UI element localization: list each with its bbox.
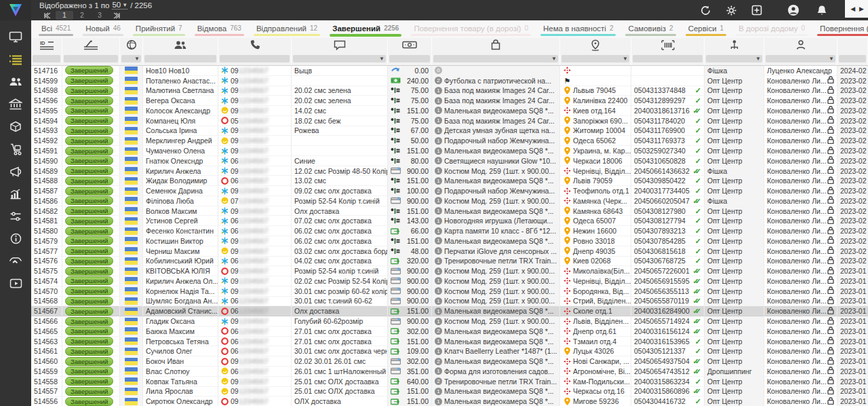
sidebar-item-dashboard[interactable]	[0, 27, 31, 50]
filter-status[interactable]	[62, 54, 120, 65]
filter-input[interactable]	[64, 55, 118, 62]
tab-5[interactable]: Завершений 2256	[325, 20, 406, 38]
column-header-date[interactable]	[837, 38, 868, 54]
table-row[interactable]: 514596 Завершений Вегера Оксана 09123456…	[31, 96, 868, 106]
page-button-2[interactable]: 2	[73, 11, 91, 20]
filter-date[interactable]	[837, 54, 868, 65]
sidebar-item-customers[interactable]	[0, 72, 31, 94]
filter-source[interactable]: ▼	[705, 54, 764, 65]
table-row[interactable]: 514589 Завершений Кирилич Анжела 0912345…	[31, 166, 868, 177]
sidebar-item-statistics[interactable]	[0, 184, 31, 206]
table-row[interactable]: 514560 Завершений Бокоч Иван 091234567 0…	[31, 356, 868, 367]
column-header-phone[interactable]	[218, 38, 292, 54]
filter-product[interactable]: ▼	[432, 54, 560, 65]
table-row[interactable]: 514567 Завершений Адамовский Станис... 0…	[31, 306, 868, 316]
sidebar-item-warehouse[interactable]	[0, 94, 31, 117]
column-header-payment[interactable]	[388, 38, 432, 54]
column-header-manager[interactable]	[764, 38, 837, 54]
table-row[interactable]: 514586 Завершений Філіпова Люба 07123456…	[31, 196, 868, 206]
table-row[interactable]: 514587 Завершений Семенюк Дарина 0912345…	[31, 186, 868, 196]
sidebar-item-video-tutorials[interactable]	[0, 274, 31, 296]
filter-input[interactable]	[220, 55, 290, 62]
table-row[interactable]: 514595 Завершений Колосок Александр 0912…	[31, 106, 868, 116]
tab-7[interactable]: Нема в наявності 2	[536, 20, 620, 38]
filter-input[interactable]	[839, 55, 866, 62]
tab-8[interactable]: Самовивіз 2	[620, 20, 680, 38]
column-header-ttn[interactable]	[631, 38, 705, 54]
table-row[interactable]: 514591 Завершений Чумаченко Олена 091234…	[31, 146, 868, 156]
tab-4[interactable]: Відправлений 12	[249, 20, 325, 38]
gear-icon[interactable]	[724, 5, 738, 16]
filter-location[interactable]: ▼	[560, 54, 631, 65]
table-row[interactable]: 514563 Завершений Петровська Тетяна 0612…	[31, 337, 868, 347]
column-header-id[interactable]: ID	[31, 38, 62, 54]
table-row[interactable]: 514580 Завершений Фесенко Константин 061…	[31, 226, 868, 236]
table-row[interactable]: 514574 Завершений Кирилич Анжела Ол... 0…	[31, 276, 868, 287]
sidebar-item-delivery[interactable]	[0, 139, 31, 162]
filter-input[interactable]	[144, 55, 216, 62]
column-header-comment[interactable]	[292, 38, 388, 54]
filter-id[interactable]	[31, 54, 62, 65]
table-row[interactable]: 514558 Завершений Ковпак Татьяна 0912345…	[31, 377, 868, 387]
account-icon[interactable]	[787, 4, 800, 16]
page-button-1[interactable]: 1	[56, 11, 73, 20]
tab-10[interactable]: В дорозі додому 0	[731, 20, 812, 38]
filter-input[interactable]	[389, 55, 430, 62]
last-page-button[interactable]	[108, 12, 125, 19]
column-header-name[interactable]	[143, 38, 218, 54]
table-row[interactable]: 514598 Завершений Малютина Светлана 0912…	[31, 86, 868, 96]
filter-name[interactable]	[143, 54, 218, 65]
filter-manager[interactable]: ▼	[764, 54, 837, 65]
table-row[interactable]: 514588 Завершений Жидак Володимир 061234…	[31, 176, 868, 186]
tab-0[interactable]: Всі 4521	[34, 20, 78, 38]
column-header-product[interactable]	[432, 38, 560, 54]
table-row[interactable]: 514594 Завершений Компанец Юля 051234567…	[31, 116, 868, 126]
column-header-location[interactable]	[560, 38, 631, 54]
filter-flag[interactable]: ▼	[120, 54, 143, 65]
filter-input[interactable]	[433, 55, 558, 62]
table-row[interactable]: 514559 Завершений Влас Слотюу 061234567 …	[31, 367, 868, 377]
filter-input[interactable]	[293, 55, 386, 62]
filter-ttn[interactable]	[631, 54, 705, 65]
table-row[interactable]: 514556 Завершений Сиротюк Олександр 0912…	[31, 396, 868, 406]
table-row[interactable]: 514575 Завершений КВІТОВСЬКА ЮЛІЯ 091234…	[31, 266, 868, 276]
table-row[interactable]: 514561 Завершений Сучилов Олег 061234567…	[31, 346, 868, 356]
table-row[interactable]: 514599 Завершений Потапенко Анастас... 0…	[31, 76, 868, 86]
sidebar-item-products[interactable]	[0, 117, 31, 139]
table-row[interactable]: 514590 Завершений Гнатюк Олексндр 061234…	[31, 156, 868, 166]
page-size-dropdown[interactable]: 50 ▼	[112, 1, 127, 10]
table-row[interactable]: 514582 Завершений Волков Максим 09123456…	[31, 206, 868, 217]
tab-scroll-left-icon[interactable]: ◀	[850, 5, 855, 12]
add-order-icon[interactable]	[750, 5, 764, 16]
tab-11[interactable]: Повернення (завершений) 125	[812, 20, 868, 38]
column-header-source[interactable]	[705, 38, 764, 54]
filter-comment[interactable]: ▼	[292, 54, 388, 65]
table-row[interactable]: 514593 Завершений Сольська Ірина 0912345…	[31, 126, 868, 136]
page-button-3[interactable]: 3	[91, 11, 108, 20]
app-logo[interactable]	[0, 0, 31, 20]
refresh-icon[interactable]	[698, 5, 712, 16]
column-header-status[interactable]	[62, 38, 120, 54]
table-row[interactable]: 514579 Завершений Костишин Виктор 091234…	[31, 236, 868, 246]
tab-2[interactable]: Прийнятий 7	[128, 20, 190, 38]
filter-input[interactable]	[561, 55, 629, 62]
table-row[interactable]: 514577 Завершений Черниш Максим 09123456…	[31, 246, 868, 257]
bell-icon[interactable]	[815, 5, 829, 16]
table-row[interactable]: 514566 Завершений Гладик Оксана 09123456…	[31, 316, 868, 327]
table-row[interactable]: 514568 Завершений Шумляс Богдана Ан... 0…	[31, 297, 868, 307]
filter-payment[interactable]	[388, 54, 432, 65]
tab-scroll-right-icon[interactable]: ▶	[859, 5, 864, 12]
column-header-flag[interactable]	[120, 38, 143, 54]
table-row[interactable]: 514716 Завершений Нов10 Нов10 091234567 …	[31, 66, 868, 76]
sidebar-item-orders-list[interactable]	[0, 50, 31, 72]
tab-3[interactable]: Відмова 763	[190, 20, 249, 38]
filter-input[interactable]	[706, 55, 762, 62]
sidebar-item-info[interactable]	[0, 229, 31, 251]
first-page-button[interactable]	[39, 12, 56, 19]
filter-input[interactable]	[33, 55, 60, 62]
table-row[interactable]: 514557 Завершений Лила Ярослав 091234567…	[31, 387, 868, 397]
table-row[interactable]: 514570 Завершений Корнелюк Надія Та... 0…	[31, 287, 868, 297]
sidebar-item-marketing[interactable]	[0, 162, 31, 184]
table-row[interactable]: 514592 Завершений Мерклингер Андрей 0912…	[31, 136, 868, 146]
sidebar-item-partners[interactable]	[0, 251, 31, 274]
